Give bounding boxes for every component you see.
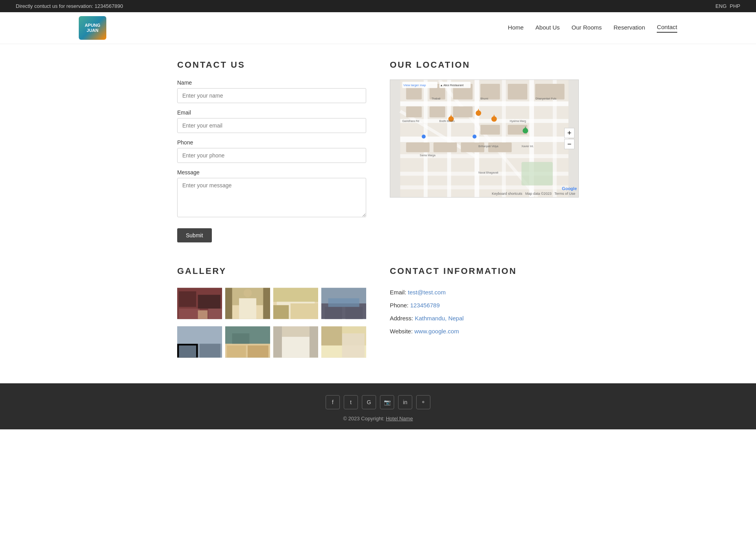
nav-reservation[interactable]: Reservation xyxy=(613,24,645,32)
gallery-item-7[interactable] xyxy=(273,324,318,360)
svg-rect-68 xyxy=(225,288,232,319)
contact-website-row: Website: www.google.com xyxy=(390,325,579,338)
google-logo: Google xyxy=(562,186,577,191)
svg-rect-24 xyxy=(480,125,500,135)
address-label-ci: Address: xyxy=(390,315,413,322)
svg-rect-98 xyxy=(273,327,282,358)
copyright-text: © 2023 Copyright: xyxy=(343,416,384,421)
social-twitter[interactable]: t xyxy=(344,395,358,409)
map-svg: Thabali Bhumi Dhanyentari Futs Bodhi Boo… xyxy=(390,80,578,197)
map-controls: + − xyxy=(564,128,574,149)
svg-text:▲ Alice Restaurant: ▲ Alice Restaurant xyxy=(440,84,463,87)
svg-rect-28 xyxy=(406,142,430,152)
lang-php[interactable]: PHP xyxy=(730,3,740,9)
svg-rect-61 xyxy=(208,309,222,319)
svg-rect-93 xyxy=(232,333,250,344)
svg-rect-29 xyxy=(434,142,457,152)
website-label-ci: Website: xyxy=(390,328,413,335)
location-section: OUR LOCATION xyxy=(390,60,579,242)
gallery-item-2[interactable] xyxy=(225,286,270,321)
top-row: CONTACT US Name Email Phone Message Subm… xyxy=(177,60,579,242)
svg-rect-21 xyxy=(406,107,422,118)
main-content: CONTACT US Name Email Phone Message Subm… xyxy=(161,60,595,360)
gallery-item-1[interactable] xyxy=(177,286,222,321)
gallery-item-3[interactable] xyxy=(273,286,318,321)
contact-form-section: CONTACT US Name Email Phone Message Subm… xyxy=(177,60,366,242)
social-instagram[interactable]: 📷 xyxy=(380,395,394,409)
svg-point-67 xyxy=(243,289,252,297)
social-facebook[interactable]: f xyxy=(326,395,340,409)
gallery-grid xyxy=(177,286,366,360)
svg-text:Sama Marga: Sama Marga xyxy=(420,154,435,157)
hotel-name-link[interactable]: Hotel Name xyxy=(386,416,413,421)
footer: f t G 📷 in ⚬ © 2023 Copyright: Hotel Nam… xyxy=(0,383,756,429)
main-nav: Home About Us Our Rooms Reservation Cont… xyxy=(508,24,677,33)
svg-point-40 xyxy=(472,135,476,139)
map-container[interactable]: Thabali Bhumi Dhanyentari Futs Bodhi Boo… xyxy=(390,79,579,198)
svg-rect-22 xyxy=(430,107,445,118)
phone-label-ci: Phone: xyxy=(390,302,409,309)
map-zoom-out[interactable]: − xyxy=(564,139,574,149)
gallery-item-5[interactable] xyxy=(177,324,222,360)
gallery-item-6[interactable] xyxy=(225,324,270,360)
message-group: Message xyxy=(177,169,366,219)
svg-rect-92 xyxy=(248,346,269,358)
social-linkedin[interactable]: in xyxy=(398,395,412,409)
svg-rect-23 xyxy=(453,107,473,118)
map-zoom-in[interactable]: + xyxy=(564,128,574,138)
contact-info-title: CONTACT INFORMATION xyxy=(390,266,579,276)
submit-button[interactable]: Submit xyxy=(177,228,212,242)
contact-info-top: Directly contuct us for reservation: 123… xyxy=(16,3,123,9)
bottom-row: GALLERY xyxy=(177,266,579,360)
name-label: Name xyxy=(177,79,366,86)
nav-our-rooms[interactable]: Our Rooms xyxy=(572,24,602,32)
lang-eng[interactable]: ENG xyxy=(715,3,726,9)
location-title: OUR LOCATION xyxy=(390,60,579,70)
gallery-item-4[interactable] xyxy=(321,286,366,321)
gallery-item-8[interactable] xyxy=(321,324,366,360)
email-value[interactable]: test@test.com xyxy=(408,289,446,296)
social-icons: f t G 📷 in ⚬ xyxy=(0,395,756,409)
message-textarea[interactable] xyxy=(177,178,366,217)
top-bar: Directly contuct us for reservation: 123… xyxy=(0,0,756,12)
svg-rect-81 xyxy=(328,298,359,307)
svg-rect-60 xyxy=(198,295,220,309)
svg-rect-80 xyxy=(345,307,363,319)
map-footer: Keyboard shortcuts Map data ©2023 Terms … xyxy=(492,192,575,196)
logo[interactable]: APUNG JUAN xyxy=(79,16,106,40)
svg-rect-8 xyxy=(424,80,428,197)
nav-contact[interactable]: Contact xyxy=(657,24,677,33)
website-value[interactable]: www.google.com xyxy=(414,328,459,335)
contact-address-row: Address: Kathmandu, Nepal xyxy=(390,312,579,325)
email-label-ci: Email: xyxy=(390,289,406,296)
svg-rect-58 xyxy=(179,309,200,319)
svg-rect-75 xyxy=(273,305,289,319)
header: APUNG JUAN Home About Us Our Rooms Reser… xyxy=(0,12,756,44)
nav-home[interactable]: Home xyxy=(508,24,524,32)
nav-about-us[interactable]: About Us xyxy=(536,24,560,32)
svg-rect-73 xyxy=(273,288,318,302)
phone-value[interactable]: 123456789 xyxy=(410,302,440,309)
svg-rect-91 xyxy=(227,346,246,358)
social-github[interactable]: ⚬ xyxy=(416,395,430,409)
footer-copyright: © 2023 Copyright: Hotel Name xyxy=(0,416,756,421)
address-value[interactable]: Kathmandu, Nepal xyxy=(415,315,463,322)
svg-text:Dhanyentari Futs: Dhanyentari Futs xyxy=(536,97,556,100)
svg-rect-74 xyxy=(291,303,318,319)
phone-input[interactable] xyxy=(177,148,366,163)
phone-group: Phone xyxy=(177,139,366,163)
svg-rect-103 xyxy=(342,333,365,357)
svg-rect-66 xyxy=(239,298,256,319)
svg-text:View larger map: View larger map xyxy=(403,83,426,87)
svg-text:Gairidhara Rd: Gairidhara Rd xyxy=(402,120,419,122)
name-group: Name xyxy=(177,79,366,103)
name-input[interactable] xyxy=(177,88,366,103)
social-google[interactable]: G xyxy=(362,395,376,409)
email-input[interactable] xyxy=(177,118,366,133)
svg-rect-79 xyxy=(325,307,342,319)
svg-rect-99 xyxy=(309,327,318,358)
language-switcher[interactable]: ENG PHP xyxy=(715,3,740,9)
gallery-title: GALLERY xyxy=(177,266,366,276)
svg-point-41 xyxy=(422,135,426,139)
svg-rect-10 xyxy=(474,80,479,197)
